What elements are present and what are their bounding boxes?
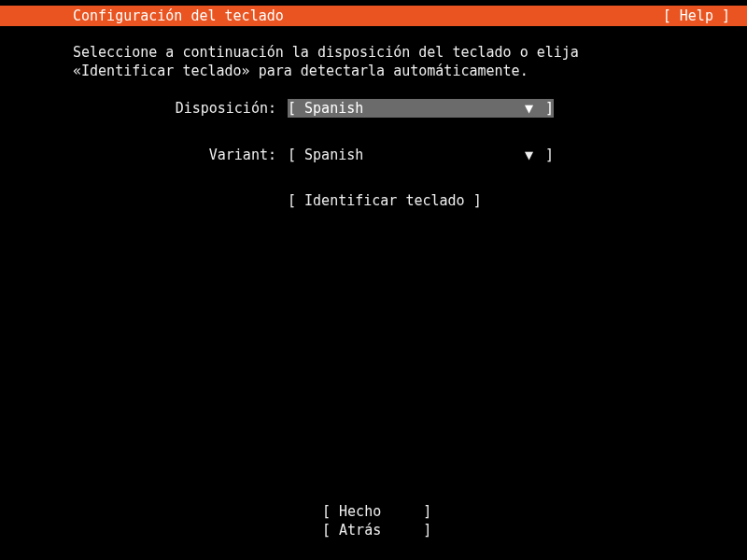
back-button[interactable]: [ Atrás ] [322, 521, 425, 539]
variant-row: Variant: [ Spanish ▼ ] [73, 146, 674, 164]
identify-keyboard-button[interactable]: [ Identificar teclado ] [288, 192, 482, 209]
help-button[interactable]: [ Help ] [663, 6, 740, 26]
identify-row: [ Identificar teclado ] [73, 192, 674, 209]
page-title: Configuración del teclado [73, 6, 284, 26]
instructions-text: Seleccione a continuación la disposición… [73, 43, 674, 80]
layout-value: Spanish [304, 99, 363, 118]
layout-dropdown[interactable]: [ Spanish ▼ ] [288, 99, 554, 118]
bracket-close: ] [533, 146, 554, 164]
bracket-open: [ [288, 99, 304, 118]
bracket-close: ] [533, 99, 554, 118]
header-bar: Configuración del teclado [ Help ] [0, 6, 747, 26]
bracket-open: [ [288, 146, 304, 164]
variant-label: Variant: [73, 147, 288, 163]
layout-row: Disposición: [ Spanish ▼ ] [73, 99, 674, 118]
variant-dropdown[interactable]: [ Spanish ▼ ] [288, 146, 554, 164]
chevron-down-icon: ▼ [519, 99, 533, 118]
footer-buttons: [ Hecho ] [ Atrás ] [0, 502, 747, 539]
layout-label: Disposición: [73, 100, 288, 117]
content-area: Seleccione a continuación la disposición… [0, 26, 747, 209]
chevron-down-icon: ▼ [519, 146, 533, 164]
variant-value: Spanish [304, 146, 363, 164]
done-button[interactable]: [ Hecho ] [322, 502, 425, 521]
